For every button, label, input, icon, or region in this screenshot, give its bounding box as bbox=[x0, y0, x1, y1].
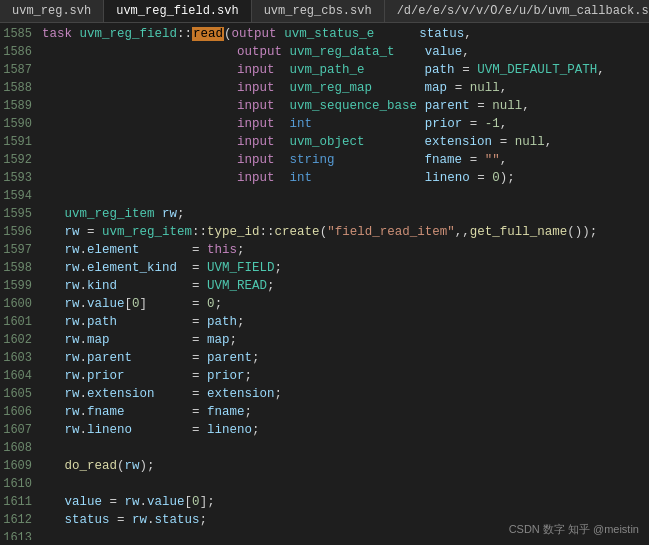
tabs-bar: uvm_reg.svh uvm_reg_field.svh uvm_reg_cb… bbox=[0, 0, 649, 23]
line-1599: 1599 rw.kind = UVM_READ; bbox=[0, 277, 649, 295]
line-1592: 1592 input string fname = "", bbox=[0, 151, 649, 169]
line-1600: 1600 rw.value[0] = 0; bbox=[0, 295, 649, 313]
line-1590: 1590 input int prior = -1, bbox=[0, 115, 649, 133]
line-1608: 1608 bbox=[0, 439, 649, 457]
tab-uvm-callback[interactable]: /d/e/e/s/v/v/O/e/u/b/uvm_callback.svh bbox=[385, 0, 649, 22]
line-1586: 1586 output uvm_reg_data_t value, bbox=[0, 43, 649, 61]
tab-uvm-reg-field[interactable]: uvm_reg_field.svh bbox=[104, 0, 251, 22]
line-1598: 1598 rw.element_kind = UVM_FIELD; bbox=[0, 259, 649, 277]
line-1601: 1601 rw.path = path; bbox=[0, 313, 649, 331]
tab-uvm-reg-cbs[interactable]: uvm_reg_cbs.svh bbox=[252, 0, 385, 22]
line-1585: 1585 task uvm_reg_field::read(output uvm… bbox=[0, 25, 649, 43]
line-1607: 1607 rw.lineno = lineno; bbox=[0, 421, 649, 439]
tab-uvm-reg[interactable]: uvm_reg.svh bbox=[0, 0, 104, 22]
code-editor: 1585 task uvm_reg_field::read(output uvm… bbox=[0, 23, 649, 540]
line-1593: 1593 input int lineno = 0); bbox=[0, 169, 649, 187]
line-1588: 1588 input uvm_reg_map map = null, bbox=[0, 79, 649, 97]
watermark: CSDN 数字 知乎 @meistin bbox=[509, 522, 639, 537]
line-1606: 1606 rw.fname = fname; bbox=[0, 403, 649, 421]
line-1603: 1603 rw.parent = parent; bbox=[0, 349, 649, 367]
line-1594: 1594 bbox=[0, 187, 649, 205]
line-1604: 1604 rw.prior = prior; bbox=[0, 367, 649, 385]
line-1596: 1596 rw = uvm_reg_item::type_id::create(… bbox=[0, 223, 649, 241]
line-1589: 1589 input uvm_sequence_base parent = nu… bbox=[0, 97, 649, 115]
line-1597: 1597 rw.element = this; bbox=[0, 241, 649, 259]
line-1587: 1587 input uvm_path_e path = UVM_DEFAULT… bbox=[0, 61, 649, 79]
line-1605: 1605 rw.extension = extension; bbox=[0, 385, 649, 403]
line-1610: 1610 bbox=[0, 475, 649, 493]
line-1609: 1609 do_read(rw); bbox=[0, 457, 649, 475]
line-1595: 1595 uvm_reg_item rw; bbox=[0, 205, 649, 223]
line-1602: 1602 rw.map = map; bbox=[0, 331, 649, 349]
line-1591: 1591 input uvm_object extension = null, bbox=[0, 133, 649, 151]
line-1611: 1611 value = rw.value[0]; bbox=[0, 493, 649, 511]
